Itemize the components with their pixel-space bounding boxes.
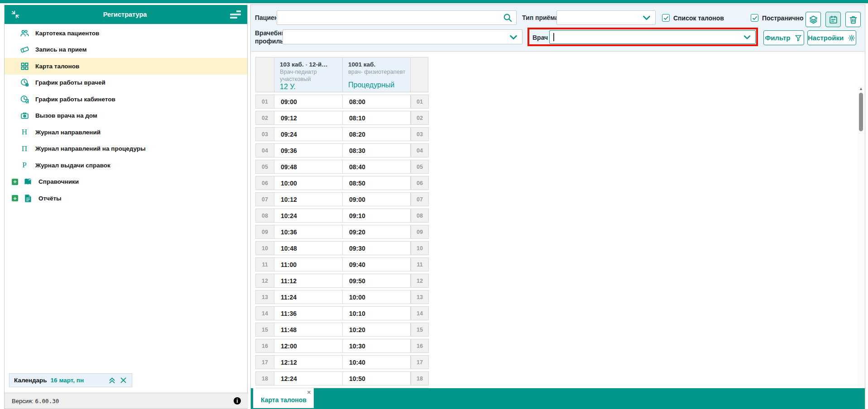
slot-cell[interactable]: 09:36 <box>274 143 343 157</box>
close-icon[interactable] <box>120 376 127 384</box>
row-number-left: 13 <box>255 290 274 304</box>
slot-cell[interactable]: 10:00 <box>342 290 411 304</box>
slot-cell[interactable]: 11:12 <box>274 274 343 288</box>
slot-cell[interactable]: 09:00 <box>342 192 411 206</box>
collapse-up-icon[interactable] <box>108 376 116 384</box>
slot-cell[interactable]: 10:00 <box>274 176 343 190</box>
column-header-1[interactable]: 103 каб.•12-й… Врач-педиатр участковый 1… <box>274 57 343 92</box>
slot-cell[interactable]: 09:50 <box>342 274 411 288</box>
collapse-panel-icon[interactable] <box>11 10 20 19</box>
sidebar-item[interactable]: Карта талонов <box>5 58 247 75</box>
table-row: 0610:0008:5006 <box>255 176 433 190</box>
tab-close-icon[interactable]: ✕ <box>307 390 311 395</box>
row-number-right: 06 <box>411 176 429 190</box>
expand-plus-icon[interactable]: + <box>12 195 18 201</box>
sidebar-item[interactable]: ПЖурнал направлений на процедуры <box>5 141 247 157</box>
doctor-specialty: врач- физиотерапевт <box>348 68 406 76</box>
slot-cell[interactable]: 09:48 <box>274 160 343 174</box>
slot-cell[interactable]: 10:24 <box>274 209 343 223</box>
sidebar-item[interactable]: РЖурнал выдачи справок <box>5 157 247 174</box>
doctor-specialty: Врач-педиатр участковый <box>280 68 338 83</box>
slot-cell[interactable]: 10:48 <box>274 241 343 255</box>
search-icon[interactable] <box>503 13 513 23</box>
slot-cell[interactable]: 08:10 <box>342 111 411 125</box>
slot-cell[interactable]: 12:12 <box>274 355 343 369</box>
table-row: 0109:0008:0001 <box>255 95 433 109</box>
slot-cell[interactable]: 11:36 <box>274 306 343 320</box>
column-header-2[interactable]: 1001 каб. врач- физиотерапевт Процедурны… <box>342 57 411 92</box>
row-number-left: 01 <box>255 95 274 109</box>
slot-cell[interactable]: 08:40 <box>342 160 411 174</box>
letter-icon: Р <box>19 160 29 170</box>
sidebar-item[interactable]: +Справочники <box>5 174 247 190</box>
row-number-left: 04 <box>255 143 274 157</box>
tab-karta-talonov[interactable]: Карта талонов ✕ <box>253 388 314 408</box>
filter-button[interactable]: Фильтр <box>763 30 804 45</box>
patient-input[interactable] <box>277 11 503 24</box>
appointment-type-select[interactable] <box>556 10 656 25</box>
profile-select[interactable] <box>283 29 523 44</box>
sidebar-item[interactable]: НЖурнал направлений <box>5 124 247 141</box>
schedule-rows: 0109:0008:00010209:1208:10020309:2408:20… <box>255 95 433 385</box>
row-number-right: 09 <box>411 225 429 239</box>
sidebar-item[interactable]: График работы кабинетов <box>5 91 247 108</box>
slot-cell[interactable]: 11:24 <box>274 290 343 304</box>
ticket-list-label: Список талонов <box>673 14 724 22</box>
ticket-list-checkbox[interactable] <box>662 14 670 22</box>
sidebar-item[interactable]: График работы врачей <box>5 75 247 91</box>
slot-cell[interactable]: 10:30 <box>342 339 411 353</box>
slot-cell[interactable]: 09:12 <box>274 111 343 125</box>
paginated-checkbox[interactable] <box>751 14 758 22</box>
slot-cell[interactable]: 08:20 <box>342 127 411 141</box>
trash-button[interactable] <box>845 12 861 27</box>
slot-cell[interactable]: 09:00 <box>274 95 343 109</box>
scroll-up-icon[interactable]: ▲ <box>858 86 864 92</box>
sidebar-item[interactable]: Картотека пациентов <box>5 25 247 42</box>
scrollbar-thumb[interactable] <box>859 93 863 131</box>
medical-bag-icon <box>19 111 29 121</box>
slot-cell[interactable]: 10:10 <box>342 306 411 320</box>
funnel-icon <box>794 34 802 42</box>
sidebar-item-label: Журнал направлений на процедуры <box>35 145 146 152</box>
slot-cell[interactable]: 08:50 <box>342 176 411 190</box>
slot-cell[interactable]: 12:24 <box>274 371 343 385</box>
slot-cell[interactable]: 11:00 <box>274 257 343 271</box>
slot-cell[interactable]: 08:30 <box>342 143 411 157</box>
sidebar-item[interactable]: Запись на прием <box>5 42 247 58</box>
sidebar-item[interactable]: +Отчёты <box>5 190 247 207</box>
menu-icon[interactable] <box>230 10 241 19</box>
calendar-button[interactable] <box>825 12 841 27</box>
vertical-scrollbar[interactable]: ▲ ▼ <box>858 86 864 393</box>
expand-plus-icon[interactable]: + <box>12 179 18 185</box>
slot-cell[interactable]: 09:20 <box>342 225 411 239</box>
slot-cell[interactable]: 08:00 <box>342 95 411 109</box>
profile-value[interactable] <box>283 30 508 44</box>
settings-button[interactable]: Настройки <box>807 30 856 45</box>
slot-cell[interactable]: 10:36 <box>274 225 343 239</box>
slot-cell[interactable]: 12:00 <box>274 339 343 353</box>
slot-cell[interactable]: 09:10 <box>342 209 411 223</box>
sidebar-item[interactable]: Вызов врача на дом <box>5 108 247 124</box>
table-row: 0509:4808:4005 <box>255 160 433 174</box>
table-row: 1712:1210:4017 <box>255 355 433 369</box>
slot-cell[interactable]: 10:12 <box>274 192 343 206</box>
sidebar-item-label: Вызов врача на дом <box>35 112 97 119</box>
row-number-left: 07 <box>255 192 274 206</box>
row-number-left: 05 <box>255 160 274 174</box>
slot-cell[interactable]: 09:30 <box>342 241 411 255</box>
table-row: 0910:3609:2009 <box>255 225 433 239</box>
slot-cell[interactable]: 11:48 <box>274 323 343 337</box>
appointment-type-value[interactable] <box>557 11 642 24</box>
schedule-table: 103 каб.•12-й… Врач-педиатр участковый 1… <box>255 57 433 390</box>
info-icon[interactable]: i <box>234 397 241 404</box>
sidebar-item-label: Отчёты <box>38 195 62 202</box>
calendar-widget-label: Календарь <box>14 377 47 384</box>
slot-cell[interactable]: 10:50 <box>342 371 411 385</box>
slot-cell[interactable]: 10:40 <box>342 355 411 369</box>
slot-cell[interactable]: 09:24 <box>274 127 343 141</box>
slot-cell[interactable]: 10:20 <box>342 323 411 337</box>
slot-cell[interactable]: 09:40 <box>342 257 411 271</box>
row-number-left: 09 <box>255 225 274 239</box>
doctor-combobox[interactable] <box>549 30 756 44</box>
layers-button[interactable] <box>806 12 821 27</box>
